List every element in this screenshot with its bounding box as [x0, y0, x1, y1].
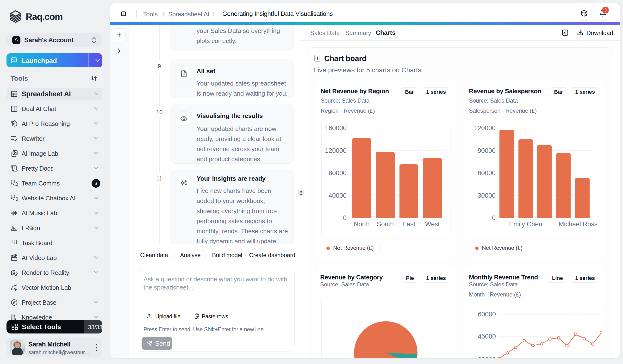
svg-text:60000: 60000: [478, 311, 496, 318]
svg-text:30000: 30000: [478, 192, 496, 199]
svg-text:North: North: [354, 221, 370, 228]
svg-text:0: 0: [492, 214, 496, 221]
svg-text:West: West: [425, 221, 440, 228]
svg-text:60000: 60000: [478, 169, 496, 177]
svg-text:Michael Ross: Michael Ross: [558, 221, 598, 228]
svg-text:South: South: [377, 221, 394, 228]
svg-text:120000: 120000: [325, 147, 347, 154]
svg-text:Emily Chen: Emily Chen: [509, 221, 542, 228]
svg-text:40000: 40000: [329, 192, 347, 199]
svg-text:80000: 80000: [329, 169, 347, 177]
svg-text:90000: 90000: [478, 147, 496, 154]
svg-text:160000: 160000: [325, 125, 347, 132]
svg-text:45000: 45000: [478, 333, 496, 340]
svg-text:30000: 30000: [478, 356, 496, 358]
svg-text:East: East: [402, 221, 416, 228]
svg-text:0: 0: [343, 214, 347, 221]
svg-text:120000: 120000: [474, 125, 496, 132]
